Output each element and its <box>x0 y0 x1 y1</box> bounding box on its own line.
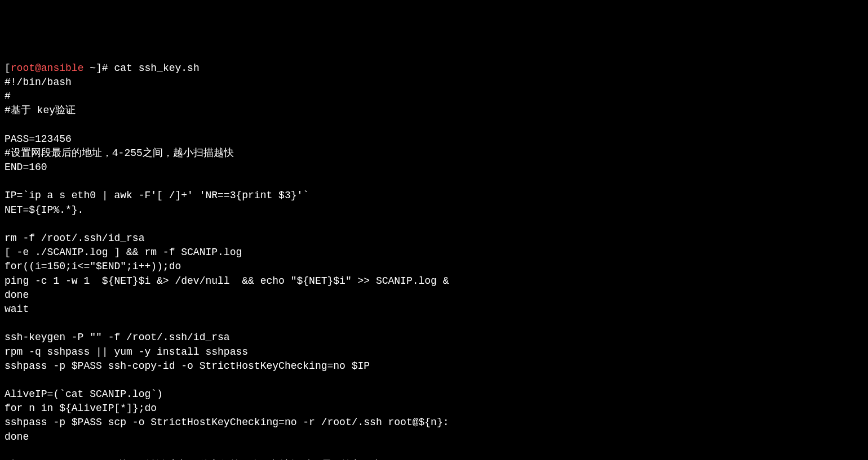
output-line: done <box>5 289 29 301</box>
output-line: wait <box>5 303 29 315</box>
prompt-path: ~ <box>83 62 96 74</box>
output-line: ssh-keygen -P "" -f /root/.ssh/id_rsa <box>5 332 230 343</box>
output-line: for((i=150;i<="$END";i++));do <box>5 261 181 272</box>
output-line: rm -f /root/.ssh/id_rsa <box>5 233 144 244</box>
output-line: AliveIP=(`cat SCANIP.log`) <box>5 388 163 400</box>
prompt-open-bracket: [ <box>5 62 11 74</box>
output-line: ping -c 1 -w 1 ${NET}$i &> /dev/null && … <box>5 275 449 287</box>
prompt-line: [root@ansible ~]# cat ssh_key.sh <box>5 62 200 74</box>
prompt-close-bracket: ] <box>96 62 102 74</box>
terminal-window[interactable]: [root@ansible ~]# cat ssh_key.sh #!/bin/… <box>5 61 863 460</box>
output-line: sshpass -p $PASS ssh-copy-id -o StrictHo… <box>5 360 370 372</box>
output-line: # <box>5 91 11 102</box>
output-line: IP=`ip a s eth0 | awk -F'[ /]+' 'NR==3{p… <box>5 190 309 201</box>
output-line: END=160 <box>5 162 47 173</box>
prompt-symbol: # <box>102 62 114 74</box>
prompt-user-host: root@ansible <box>11 62 84 74</box>
output-line: [ -e ./SCANIP.log ] && rm -f SCANIP.log <box>5 247 242 258</box>
command-text: cat ssh_key.sh <box>114 62 199 74</box>
output-line: sshpass -p $PASS scp -o StrictHostKeyChe… <box>5 417 449 428</box>
output-line: for n in ${AliveIP[*]};do <box>5 403 157 414</box>
output-line: done <box>5 431 29 443</box>
output-line: NET=${IP%.*}. <box>5 204 83 216</box>
output-line: #设置网段最后的地址，4-255之间，越小扫描越快 <box>5 148 234 159</box>
output-line: PASS=123456 <box>5 133 72 145</box>
output-line: #!/bin/bash <box>5 77 72 88</box>
output-line: rpm -q sshpass || yum -y install sshpass <box>5 346 248 358</box>
output-line: #基于 key验证 <box>5 105 76 116</box>
